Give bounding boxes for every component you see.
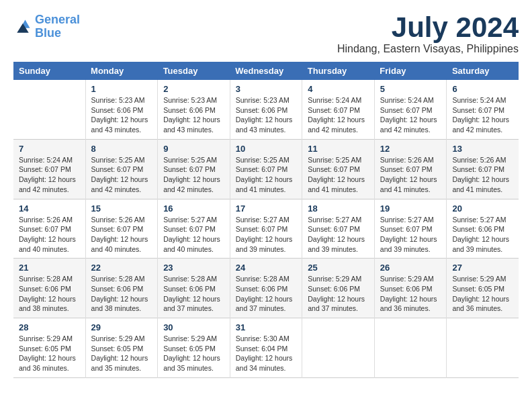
day-number: 22 (91, 263, 152, 273)
day-number: 10 (236, 144, 297, 154)
day-info: Sunrise: 5:24 AM Sunset: 6:07 PM Dayligh… (380, 95, 441, 135)
week-row-3: 14Sunrise: 5:26 AM Sunset: 6:07 PM Dayli… (13, 199, 519, 259)
page-header: General Blue July 2024 Hindang, Eastern … (13, 13, 519, 55)
day-number: 25 (308, 263, 369, 273)
day-number: 13 (452, 144, 513, 154)
calendar-cell: 14Sunrise: 5:26 AM Sunset: 6:07 PM Dayli… (13, 199, 85, 259)
day-info: Sunrise: 5:28 AM Sunset: 6:06 PM Dayligh… (91, 274, 152, 314)
day-number: 29 (91, 322, 152, 332)
day-info: Sunrise: 5:29 AM Sunset: 6:06 PM Dayligh… (380, 274, 441, 314)
calendar-cell: 20Sunrise: 5:27 AM Sunset: 6:06 PM Dayli… (447, 199, 519, 259)
calendar-cell: 13Sunrise: 5:26 AM Sunset: 6:07 PM Dayli… (447, 139, 519, 199)
calendar-cell: 2Sunrise: 5:23 AM Sunset: 6:06 PM Daylig… (158, 80, 230, 139)
day-number: 24 (236, 263, 297, 273)
calendar-cell: 30Sunrise: 5:29 AM Sunset: 6:05 PM Dayli… (158, 318, 230, 378)
day-info: Sunrise: 5:29 AM Sunset: 6:05 PM Dayligh… (19, 334, 80, 373)
day-number: 7 (19, 144, 80, 154)
day-info: Sunrise: 5:29 AM Sunset: 6:05 PM Dayligh… (163, 334, 224, 373)
day-number: 12 (380, 144, 441, 154)
day-info: Sunrise: 5:30 AM Sunset: 6:04 PM Dayligh… (236, 334, 297, 373)
calendar-cell: 18Sunrise: 5:27 AM Sunset: 6:07 PM Dayli… (302, 199, 375, 259)
day-number: 14 (19, 203, 80, 214)
calendar-cell: 27Sunrise: 5:29 AM Sunset: 6:05 PM Dayli… (447, 259, 519, 318)
calendar-cell: 5Sunrise: 5:24 AM Sunset: 6:07 PM Daylig… (374, 80, 447, 139)
week-row-2: 7Sunrise: 5:24 AM Sunset: 6:07 PM Daylig… (13, 139, 519, 199)
day-info: Sunrise: 5:25 AM Sunset: 6:07 PM Dayligh… (308, 155, 369, 195)
day-number: 11 (308, 144, 369, 154)
calendar-cell: 28Sunrise: 5:29 AM Sunset: 6:05 PM Dayli… (13, 318, 85, 378)
calendar-cell: 29Sunrise: 5:29 AM Sunset: 6:05 PM Dayli… (85, 318, 158, 378)
header-day-friday: Friday (374, 62, 447, 80)
day-number: 8 (91, 144, 152, 154)
calendar-cell: 1Sunrise: 5:23 AM Sunset: 6:06 PM Daylig… (85, 80, 158, 139)
day-number: 5 (380, 84, 441, 94)
day-number: 17 (236, 203, 297, 214)
day-info: Sunrise: 5:25 AM Sunset: 6:07 PM Dayligh… (91, 155, 152, 195)
calendar-header-row: SundayMondayTuesdayWednesdayThursdayFrid… (13, 62, 519, 80)
week-row-5: 28Sunrise: 5:29 AM Sunset: 6:05 PM Dayli… (13, 318, 519, 378)
day-info: Sunrise: 5:26 AM Sunset: 6:07 PM Dayligh… (380, 155, 441, 195)
day-number: 31 (236, 322, 297, 332)
day-info: Sunrise: 5:25 AM Sunset: 6:07 PM Dayligh… (236, 155, 297, 195)
calendar-cell (374, 318, 447, 378)
calendar-cell: 7Sunrise: 5:24 AM Sunset: 6:07 PM Daylig… (13, 139, 85, 199)
header-day-sunday: Sunday (13, 62, 85, 80)
calendar-cell: 15Sunrise: 5:26 AM Sunset: 6:07 PM Dayli… (85, 199, 158, 259)
day-number: 21 (19, 263, 80, 273)
day-info: Sunrise: 5:27 AM Sunset: 6:07 PM Dayligh… (380, 215, 441, 255)
header-day-monday: Monday (85, 62, 158, 80)
logo-line2: Blue (35, 27, 80, 40)
calendar-cell: 8Sunrise: 5:25 AM Sunset: 6:07 PM Daylig… (85, 139, 158, 199)
calendar-cell: 21Sunrise: 5:28 AM Sunset: 6:06 PM Dayli… (13, 259, 85, 318)
header-day-wednesday: Wednesday (230, 62, 302, 80)
day-number: 19 (380, 203, 441, 214)
header-day-tuesday: Tuesday (158, 62, 230, 80)
logo-icon (13, 17, 32, 36)
calendar-cell: 22Sunrise: 5:28 AM Sunset: 6:06 PM Dayli… (85, 259, 158, 318)
day-info: Sunrise: 5:26 AM Sunset: 6:07 PM Dayligh… (452, 155, 513, 195)
day-number: 1 (91, 84, 152, 94)
calendar-cell: 16Sunrise: 5:27 AM Sunset: 6:07 PM Dayli… (158, 199, 230, 259)
calendar-cell: 12Sunrise: 5:26 AM Sunset: 6:07 PM Dayli… (374, 139, 447, 199)
logo: General Blue (13, 13, 80, 40)
day-info: Sunrise: 5:27 AM Sunset: 6:07 PM Dayligh… (163, 215, 224, 255)
header-day-saturday: Saturday (447, 62, 519, 80)
calendar-cell: 25Sunrise: 5:29 AM Sunset: 6:06 PM Dayli… (302, 259, 375, 318)
day-info: Sunrise: 5:29 AM Sunset: 6:05 PM Dayligh… (452, 274, 513, 314)
day-info: Sunrise: 5:24 AM Sunset: 6:07 PM Dayligh… (19, 155, 80, 195)
calendar-table: SundayMondayTuesdayWednesdayThursdayFrid… (13, 62, 519, 378)
day-info: Sunrise: 5:25 AM Sunset: 6:07 PM Dayligh… (163, 155, 224, 195)
day-number: 26 (380, 263, 441, 273)
day-info: Sunrise: 5:27 AM Sunset: 6:06 PM Dayligh… (452, 215, 513, 255)
day-number: 15 (91, 203, 152, 214)
day-info: Sunrise: 5:23 AM Sunset: 6:06 PM Dayligh… (163, 95, 224, 135)
day-info: Sunrise: 5:27 AM Sunset: 6:07 PM Dayligh… (236, 215, 297, 255)
day-number: 30 (163, 322, 224, 332)
calendar-cell: 24Sunrise: 5:28 AM Sunset: 6:06 PM Dayli… (230, 259, 302, 318)
day-info: Sunrise: 5:24 AM Sunset: 6:07 PM Dayligh… (308, 95, 369, 135)
calendar-cell (447, 318, 519, 378)
day-number: 9 (163, 144, 224, 154)
calendar-cell: 31Sunrise: 5:30 AM Sunset: 6:04 PM Dayli… (230, 318, 302, 378)
day-number: 23 (163, 263, 224, 273)
day-info: Sunrise: 5:26 AM Sunset: 6:07 PM Dayligh… (19, 215, 80, 255)
calendar-cell: 26Sunrise: 5:29 AM Sunset: 6:06 PM Dayli… (374, 259, 447, 318)
day-number: 18 (308, 203, 369, 214)
week-row-1: 1Sunrise: 5:23 AM Sunset: 6:06 PM Daylig… (13, 80, 519, 139)
subtitle: Hindang, Eastern Visayas, Philippines (337, 43, 519, 55)
header-day-thursday: Thursday (302, 62, 375, 80)
day-info: Sunrise: 5:29 AM Sunset: 6:06 PM Dayligh… (308, 274, 369, 314)
day-info: Sunrise: 5:23 AM Sunset: 6:06 PM Dayligh… (236, 95, 297, 135)
calendar-cell: 9Sunrise: 5:25 AM Sunset: 6:07 PM Daylig… (158, 139, 230, 199)
logo-line1: General (35, 13, 80, 27)
calendar-cell: 23Sunrise: 5:28 AM Sunset: 6:06 PM Dayli… (158, 259, 230, 318)
day-number: 20 (452, 203, 513, 214)
day-info: Sunrise: 5:26 AM Sunset: 6:07 PM Dayligh… (91, 215, 152, 255)
day-number: 6 (452, 84, 513, 94)
main-title: July 2024 (337, 13, 519, 42)
calendar-cell: 11Sunrise: 5:25 AM Sunset: 6:07 PM Dayli… (302, 139, 375, 199)
day-info: Sunrise: 5:28 AM Sunset: 6:06 PM Dayligh… (236, 274, 297, 314)
day-number: 4 (308, 84, 369, 94)
calendar-cell: 6Sunrise: 5:24 AM Sunset: 6:07 PM Daylig… (447, 80, 519, 139)
calendar-cell: 4Sunrise: 5:24 AM Sunset: 6:07 PM Daylig… (302, 80, 375, 139)
